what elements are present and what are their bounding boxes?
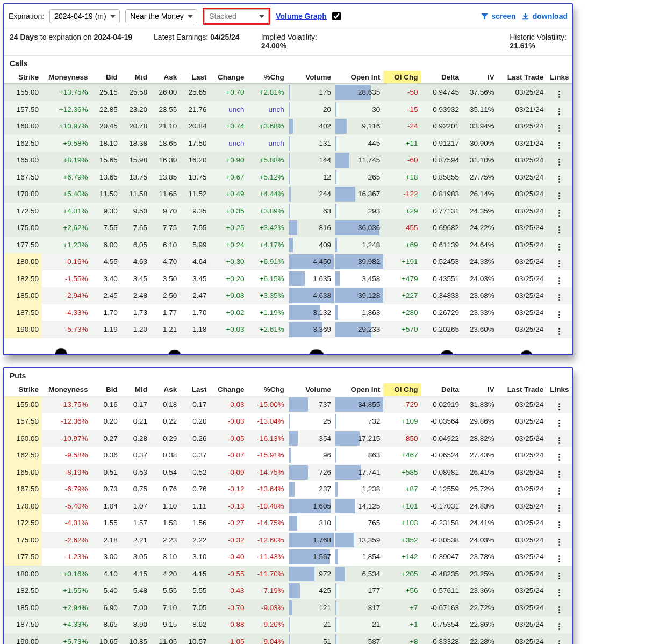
kebab-icon[interactable] (556, 639, 563, 644)
cell-links (547, 237, 572, 254)
col-moneyness[interactable]: Moneyness (42, 383, 91, 396)
col-iv[interactable]: IV (462, 383, 498, 396)
col-strike[interactable]: Strike (4, 383, 42, 396)
col-last-trade[interactable]: Last Trade (498, 383, 547, 396)
col-delta[interactable]: Delta (421, 383, 462, 396)
moneyness-select[interactable]: Near the Money (125, 9, 197, 23)
kebab-icon[interactable] (556, 294, 563, 302)
view-select[interactable]: Stacked (204, 9, 269, 23)
kebab-icon[interactable] (556, 90, 563, 99)
col-mid[interactable]: Mid (121, 71, 150, 84)
cell-moneyness: +8.19% (42, 152, 91, 169)
kebab-icon[interactable] (556, 402, 563, 411)
col-last-trade[interactable]: Last Trade (498, 71, 547, 84)
cell-delta: -0.83328 (421, 633, 462, 645)
col-links[interactable]: Links (547, 383, 572, 396)
col-strike[interactable]: Strike (4, 71, 42, 84)
col-bid[interactable]: Bid (91, 383, 120, 396)
download-button[interactable]: download (521, 12, 568, 20)
col-last[interactable]: Last (180, 383, 210, 396)
kebab-icon[interactable] (556, 327, 563, 336)
kebab-icon[interactable] (556, 107, 563, 116)
kebab-icon[interactable] (556, 453, 563, 462)
col-oi-chg[interactable]: OI Chg (383, 383, 421, 396)
col-last[interactable]: Last (180, 71, 210, 84)
kebab-icon[interactable] (556, 470, 563, 478)
col--chg[interactable]: %Chg (248, 71, 288, 84)
cell-pct-change: +6.91% (248, 253, 288, 270)
kebab-icon[interactable] (556, 436, 563, 445)
cell-links (547, 599, 572, 617)
kebab-icon[interactable] (556, 504, 563, 512)
cell-last-trade: 03/25/24 (498, 599, 547, 617)
col-volume[interactable]: Volume (288, 383, 334, 396)
kebab-icon[interactable] (556, 310, 563, 319)
kebab-icon[interactable] (556, 260, 563, 268)
col-change[interactable]: Change (210, 71, 247, 84)
cell-ask: 2.50 (150, 287, 180, 304)
cell-moneyness: +4.33% (42, 616, 91, 633)
kebab-icon[interactable] (556, 538, 563, 546)
col-change[interactable]: Change (210, 383, 247, 396)
col-volume[interactable]: Volume (288, 71, 334, 84)
kebab-icon[interactable] (556, 555, 563, 563)
col-ask[interactable]: Ask (150, 383, 180, 396)
col-open-int[interactable]: Open Int (334, 71, 383, 84)
kebab-icon[interactable] (556, 622, 563, 631)
cell-delta: -0.23158 (421, 514, 462, 532)
kebab-icon[interactable] (556, 158, 563, 167)
kebab-icon[interactable] (556, 209, 563, 217)
col-bid[interactable]: Bid (91, 71, 120, 84)
col-mid[interactable]: Mid (121, 383, 150, 396)
kebab-icon[interactable] (556, 242, 563, 251)
cell-pct-change: -11.43% (248, 548, 288, 566)
col--chg[interactable]: %Chg (248, 383, 288, 396)
volume-graph-link[interactable]: Volume Graph (276, 12, 327, 20)
cell-moneyness: -12.36% (42, 413, 91, 430)
cell-links (547, 481, 572, 498)
col-moneyness[interactable]: Moneyness (42, 71, 91, 84)
cell-oi-chg: +7 (383, 599, 421, 617)
cell-ask: 5.55 (150, 582, 180, 599)
col-open-int[interactable]: Open Int (334, 383, 383, 396)
cell-links (547, 219, 572, 237)
cell-open-int: 177 (334, 582, 383, 599)
cell-delta: 0.43551 (421, 270, 462, 288)
cell-change: -0.32 (210, 532, 247, 549)
kebab-icon[interactable] (556, 521, 563, 529)
expiration-select[interactable]: 2024-04-19 (m) (49, 9, 120, 23)
cell-open-int: 293 (334, 203, 383, 220)
kebab-icon[interactable] (556, 419, 563, 428)
kebab-icon[interactable] (556, 226, 563, 234)
volume-graph-checkbox[interactable] (332, 12, 341, 20)
table-row: 177.50+1.23%6.006.056.105.99+0.24+4.17%4… (4, 237, 572, 254)
kebab-icon[interactable] (556, 605, 563, 614)
cell-strike: 162.50 (4, 447, 42, 464)
cell-delta: 0.69682 (421, 219, 462, 237)
cell-pct-change: +1.19% (248, 304, 288, 321)
cell-mid: 4.63 (121, 253, 150, 270)
cell-change: +0.02 (210, 304, 247, 321)
col-ask[interactable]: Ask (150, 71, 180, 84)
col-delta[interactable]: Delta (421, 71, 462, 84)
screen-button[interactable]: screen (481, 12, 516, 20)
cell-moneyness: -10.97% (42, 430, 91, 447)
kebab-icon[interactable] (556, 487, 563, 496)
cell-oi-chg: +479 (383, 270, 421, 288)
cell-change: unch (210, 135, 247, 152)
cell-links (547, 253, 572, 270)
cell-bid: 9.30 (91, 203, 120, 220)
kebab-icon[interactable] (556, 141, 563, 149)
col-links[interactable]: Links (547, 71, 572, 84)
kebab-icon[interactable] (556, 124, 563, 133)
kebab-icon[interactable] (556, 276, 563, 285)
cell-bid: 6.00 (91, 237, 120, 254)
cell-pct-change: -13.04% (248, 413, 288, 430)
cell-links (547, 447, 572, 464)
col-iv[interactable]: IV (462, 71, 498, 84)
kebab-icon[interactable] (556, 175, 563, 183)
kebab-icon[interactable] (556, 589, 563, 597)
kebab-icon[interactable] (556, 571, 563, 580)
col-oi-chg[interactable]: OI Chg (383, 71, 421, 84)
kebab-icon[interactable] (556, 192, 563, 201)
